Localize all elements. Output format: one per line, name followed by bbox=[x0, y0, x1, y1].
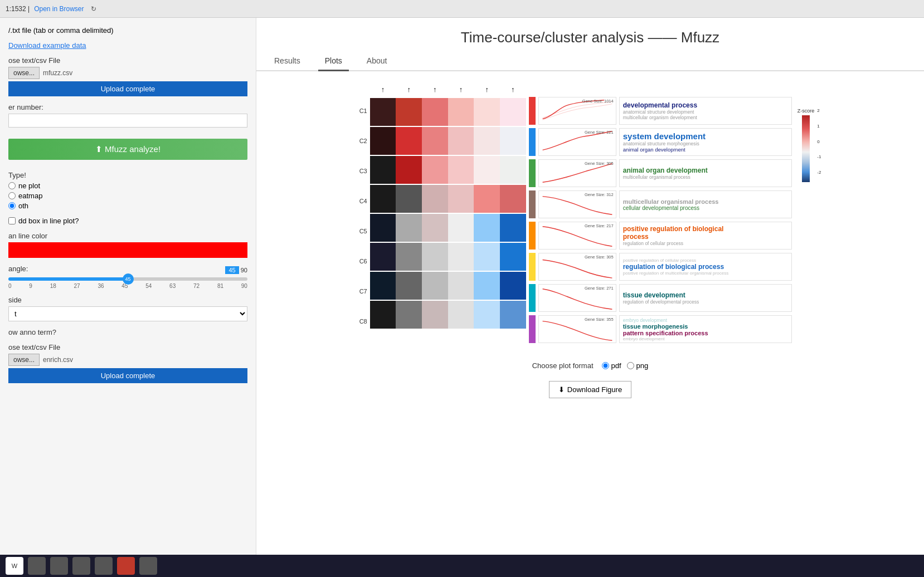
heatmap-radio[interactable] bbox=[8, 192, 16, 199]
analyze-section: ⬆ Mfuzz analyze! bbox=[8, 134, 247, 164]
angle-max-value: 45 90 bbox=[225, 267, 247, 273]
side-color-c4 bbox=[529, 190, 536, 218]
taskbar-item-5[interactable] bbox=[95, 557, 113, 575]
inside-section: side t bbox=[8, 296, 247, 321]
enrich-row-c7: tissue development regulation of develop… bbox=[619, 284, 792, 312]
upload-complete-btn-2[interactable]: Upload complete bbox=[8, 368, 247, 383]
browse-button-2[interactable]: owse... bbox=[8, 354, 40, 366]
zscore-neg1: -1 bbox=[817, 154, 821, 159]
tab-results[interactable]: Results bbox=[268, 52, 307, 71]
heatmap-container: C1 C2 C3 C4 C5 C6 C7 C8 ↑ ↑ bbox=[359, 82, 821, 343]
enrich-main-c3: animal organ development bbox=[623, 167, 788, 174]
linePlot-radio[interactable] bbox=[8, 182, 16, 189]
side-color-c6 bbox=[529, 253, 536, 281]
zscore-tick-labels: 2 1 0 -1 -2 bbox=[817, 108, 821, 175]
plot-content: C1 C2 C3 C4 C5 C6 C7 C8 ↑ ↑ bbox=[256, 71, 924, 577]
size-label-c6: Gene Size: 305 bbox=[585, 255, 614, 260]
taskbar-item-2[interactable] bbox=[28, 557, 46, 575]
zscore-0: 0 bbox=[817, 139, 821, 144]
plot-wrapper: C1 C2 C3 C4 C5 C6 C7 C8 ↑ ↑ bbox=[359, 82, 821, 566]
angle-max-label: 90 bbox=[241, 267, 247, 273]
plot-type-linePlot[interactable]: ne plot bbox=[8, 182, 247, 190]
open-browser-btn[interactable]: Open in Browser bbox=[34, 5, 84, 13]
pdf-radio[interactable] bbox=[602, 362, 609, 369]
download-icon: ⬇ bbox=[558, 385, 565, 394]
png-radio[interactable] bbox=[627, 362, 634, 369]
arrow-1: ↑ bbox=[381, 85, 385, 94]
size-label-c5: Gene Size: 217 bbox=[585, 223, 614, 228]
format-pdf[interactable]: pdf bbox=[602, 361, 621, 370]
zscore-1: 1 bbox=[817, 124, 821, 129]
tab-plots[interactable]: Plots bbox=[318, 52, 349, 71]
heatmap-label: eatmap bbox=[18, 192, 42, 200]
both-radio[interactable] bbox=[8, 202, 16, 209]
refresh-icon[interactable]: ↻ bbox=[91, 5, 96, 13]
arrow-2: ↑ bbox=[407, 85, 411, 94]
file-section-1: ose text/csv File owse... mfuzz.csv Uplo… bbox=[8, 56, 247, 96]
line-plot-c5: Gene Size: 217 bbox=[538, 222, 616, 250]
enrich-main-c5: positive regulation of biological bbox=[623, 225, 788, 233]
cluster-label-c2: C2 bbox=[359, 127, 367, 155]
linePlot-label: ne plot bbox=[18, 182, 40, 190]
checkbox-section[interactable]: dd box in line plot? bbox=[8, 217, 247, 225]
plot-type-heatmap[interactable]: eatmap bbox=[8, 192, 247, 200]
content-area: Time-course/cluster analysis —— Mfuzz Re… bbox=[256, 18, 924, 577]
enrich-sub1-c4: cellular developmental process bbox=[623, 205, 788, 211]
heatmap-row-c4 bbox=[370, 185, 526, 213]
browse-button-1[interactable]: owse... bbox=[8, 67, 40, 79]
line-plot-c7: Gene Size: 271 bbox=[538, 284, 616, 312]
side-color-c2 bbox=[529, 128, 536, 156]
tab-label: 1:1532 | bbox=[6, 5, 30, 13]
enrich-row-c8: embryo development tissue morphogenesis … bbox=[619, 315, 792, 343]
enrich-sub2-c8: embryo development bbox=[623, 336, 788, 341]
plot-type-radio-group: ne plot eatmap oth bbox=[8, 182, 247, 210]
anno-term-label: ow anno term? bbox=[8, 328, 247, 336]
cluster-number-input[interactable] bbox=[8, 114, 247, 128]
taskbar-item-4[interactable] bbox=[72, 557, 90, 575]
size-label-c2: Gene Size: 221 bbox=[585, 130, 614, 135]
box-in-lineplot-checkbox-item[interactable]: dd box in line plot? bbox=[8, 217, 247, 225]
enrichment-col: developmental process anatomical structu… bbox=[619, 82, 792, 343]
download-figure-label: Download Figure bbox=[567, 385, 622, 394]
angle-slider-thumb[interactable]: 45 bbox=[123, 273, 134, 285]
cluster-label-c7: C7 bbox=[359, 277, 367, 305]
enrich-sub2-c1: multicellular organism development bbox=[623, 115, 788, 120]
zscore-legend-col: Z-score 2 1 0 -1 -2 bbox=[797, 82, 821, 182]
inside-select[interactable]: t bbox=[8, 306, 247, 321]
tab-about[interactable]: About bbox=[360, 52, 394, 71]
box-in-lineplot-label: dd box in line plot? bbox=[18, 217, 79, 225]
cluster-labels-col: C1 C2 C3 C4 C5 C6 C7 C8 bbox=[359, 82, 367, 336]
side-color-c5 bbox=[529, 222, 536, 250]
download-example-section[interactable]: Download example data bbox=[8, 41, 247, 50]
format-radio-group: pdf png bbox=[602, 361, 649, 370]
arrow-3: ↑ bbox=[433, 85, 437, 94]
cluster-number-section: er number: bbox=[8, 103, 247, 128]
format-png[interactable]: png bbox=[627, 361, 649, 370]
enrich-row-c2: system development anatomical structure … bbox=[619, 128, 792, 156]
heatmap-grid-col: ↑ ↑ ↑ ↑ ↑ ↑ bbox=[370, 82, 526, 329]
browser-bar: 1:1532 | Open in Browser ↻ bbox=[0, 0, 924, 18]
enrich-sub1-c8: pattern specification process bbox=[623, 330, 788, 336]
angle-slider-track: 45 bbox=[8, 277, 247, 281]
download-figure-btn[interactable]: ⬇ Download Figure bbox=[549, 381, 631, 398]
analyze-button[interactable]: ⬆ Mfuzz analyze! bbox=[8, 139, 247, 160]
cluster-label-c8: C8 bbox=[359, 307, 367, 335]
upload-complete-btn-1[interactable]: Upload complete bbox=[8, 81, 247, 96]
file-section-2: ose text/csv File owse... enrich.csv Upl… bbox=[8, 343, 247, 383]
taskbar-item-6[interactable] bbox=[117, 557, 135, 575]
taskbar-item-1[interactable]: W bbox=[6, 557, 23, 575]
sidebar: /.txt file (tab or comma delimited) Down… bbox=[0, 18, 256, 577]
taskbar: W bbox=[0, 555, 924, 577]
plot-type-both[interactable]: oth bbox=[8, 202, 247, 210]
taskbar-item-3[interactable] bbox=[50, 557, 68, 575]
color-swatch[interactable] bbox=[8, 242, 247, 258]
download-example-link[interactable]: Download example data bbox=[8, 41, 86, 50]
taskbar-item-7[interactable] bbox=[139, 557, 157, 575]
enrich-row-c6: positive regulation of cellular process … bbox=[619, 253, 792, 281]
heatmap-row-c8 bbox=[370, 301, 526, 329]
format-options: Choose plot format pdf png bbox=[532, 361, 649, 370]
size-label-c4: Gene Size: 312 bbox=[585, 192, 614, 197]
heatmap-row-c1 bbox=[370, 98, 526, 126]
line-plot-c6: Gene Size: 305 bbox=[538, 253, 616, 281]
box-in-lineplot-checkbox[interactable] bbox=[8, 217, 16, 224]
